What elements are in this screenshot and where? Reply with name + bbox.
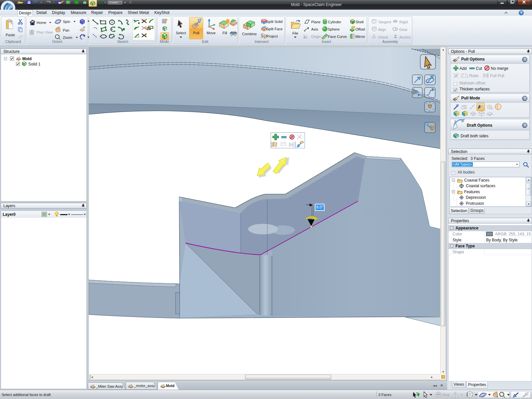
svg-text:Color: Color <box>109 1 118 4</box>
